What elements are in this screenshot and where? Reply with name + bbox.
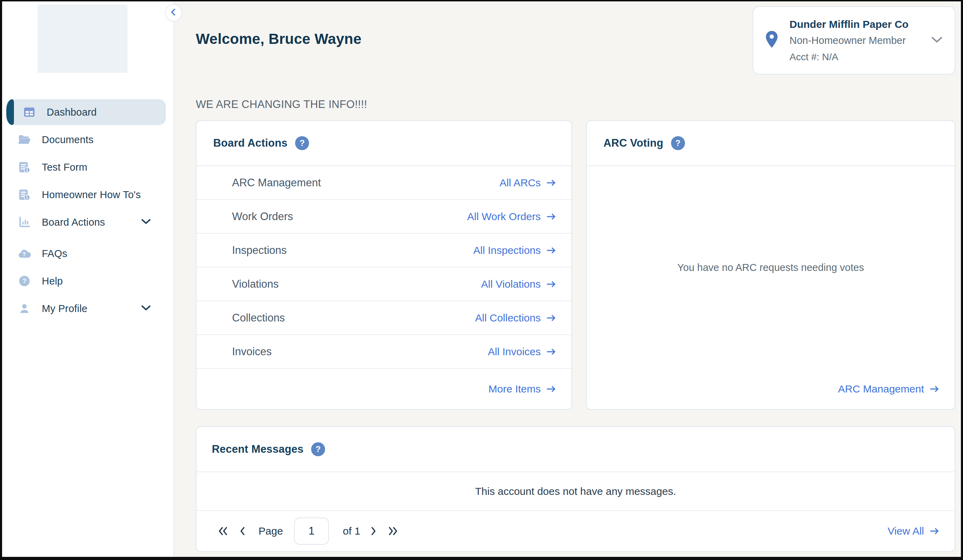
arrow-right-icon — [929, 385, 940, 393]
announcement-text: WE ARE CHANGING THE INFO!!!! — [196, 98, 955, 111]
form-info-icon — [17, 160, 32, 175]
all-violations-link[interactable]: All Violations — [481, 278, 557, 290]
sidebar-item-board-actions[interactable]: Board Actions — [6, 209, 166, 235]
all-arcs-link[interactable]: All ARCs — [499, 177, 557, 189]
last-page-button[interactable] — [387, 526, 399, 536]
chevron-down-icon[interactable] — [929, 35, 944, 45]
chevron-left-icon — [169, 8, 178, 18]
bar-chart-icon — [17, 215, 32, 230]
sidebar-item-test-form[interactable]: Test Form — [6, 154, 166, 180]
dashboard-cards-row: Board Actions ? ARC Management All ARCs … — [196, 120, 955, 410]
arrow-right-icon — [929, 527, 940, 535]
arc-voting-body: You have no ARC requests needing votes — [587, 166, 955, 369]
chevron-down-icon — [140, 304, 152, 313]
table-row: Invoices All Invoices — [196, 335, 571, 369]
recent-messages-header: Recent Messages ? — [196, 427, 955, 472]
chevron-left-icon — [238, 526, 246, 536]
sidebar-item-documents[interactable]: Documents — [6, 127, 166, 152]
empty-state-text: This account does not have any messages. — [475, 486, 676, 497]
arrow-right-icon — [546, 179, 557, 187]
dashboard-table-icon — [22, 105, 37, 120]
view-all-link[interactable]: View All — [887, 525, 940, 537]
logo-placeholder — [37, 5, 128, 73]
all-inspections-link[interactable]: All Inspections — [473, 244, 557, 256]
sidebar-item-label: Test Form — [42, 162, 88, 173]
table-row: Violations All Violations — [196, 267, 571, 301]
account-number: Acct #: N/A — [790, 49, 926, 65]
table-row: Collections All Collections — [196, 301, 571, 335]
recent-messages-footer: Page of 1 View All — [196, 511, 955, 551]
row-label: Violations — [232, 278, 279, 290]
sidebar-item-label: Help — [42, 275, 63, 287]
account-name: Dunder Mifflin Paper Co — [790, 16, 926, 32]
arc-voting-header: ARC Voting ? — [587, 121, 955, 166]
first-page-button[interactable] — [217, 526, 229, 536]
page-label: Page — [258, 525, 283, 537]
row-label: Collections — [232, 312, 285, 324]
arc-management-link[interactable]: ARC Management — [838, 383, 940, 395]
page-number-input[interactable] — [294, 518, 329, 545]
board-actions-footer: More Items — [196, 369, 571, 409]
sidebar-nav: Dashboard Documents Test Form Homeowner … — [2, 98, 173, 323]
sidebar-item-label: My Profile — [42, 303, 88, 314]
main-content: Welcome, Bruce Wayne Dunder Mifflin Pape… — [174, 2, 961, 557]
help-icon[interactable]: ? — [671, 136, 685, 150]
next-page-button[interactable] — [369, 526, 378, 536]
app-window: Dashboard Documents Test Form Homeowner … — [0, 0, 963, 560]
arrow-right-icon — [546, 280, 557, 288]
recent-messages-body: This account does not have any messages. — [196, 472, 955, 511]
account-info: Dunder Mifflin Paper Co Non-Homeowner Me… — [790, 16, 926, 65]
account-selector[interactable]: Dunder Mifflin Paper Co Non-Homeowner Me… — [752, 6, 955, 74]
account-role: Non-Homeowner Member — [790, 32, 926, 49]
sidebar: Dashboard Documents Test Form Homeowner … — [2, 2, 174, 557]
all-work-orders-link[interactable]: All Work Orders — [467, 211, 557, 223]
table-row: ARC Management All ARCs — [196, 166, 571, 200]
table-row: Inspections All Inspections — [196, 234, 571, 267]
row-label: ARC Management — [232, 176, 321, 189]
cloud-question-icon: ? — [17, 246, 32, 261]
all-invoices-link[interactable]: All Invoices — [488, 346, 557, 358]
page-of-label: of 1 — [343, 525, 360, 537]
sidebar-item-label: FAQs — [42, 248, 67, 259]
svg-text:?: ? — [23, 251, 26, 257]
sidebar-item-label: Documents — [42, 134, 93, 146]
help-icon[interactable]: ? — [295, 136, 309, 150]
row-label: Invoices — [232, 345, 272, 358]
arc-voting-footer: ARC Management — [587, 369, 955, 409]
help-icon[interactable]: ? — [311, 442, 325, 456]
arc-voting-card: ARC Voting ? You have no ARC requests ne… — [586, 120, 955, 410]
recent-messages-card: Recent Messages ? This account does not … — [196, 426, 955, 552]
sidebar-item-label: Homeowner How To's — [42, 189, 141, 201]
card-title: ARC Voting — [603, 137, 663, 149]
sidebar-item-my-profile[interactable]: My Profile — [6, 296, 166, 321]
pagination: Page of 1 — [217, 518, 399, 545]
sidebar-item-homeowner-how-tos[interactable]: Homeowner How To's — [6, 182, 166, 207]
sidebar-collapse-button[interactable] — [165, 4, 182, 22]
arrow-right-icon — [546, 348, 557, 356]
card-title: Board Actions — [213, 137, 287, 149]
previous-page-button[interactable] — [238, 526, 246, 536]
double-chevron-left-icon — [217, 526, 229, 536]
folder-open-icon — [17, 132, 32, 147]
sidebar-item-dashboard[interactable]: Dashboard — [6, 99, 166, 125]
card-title: Recent Messages — [212, 443, 303, 455]
row-label: Inspections — [232, 244, 287, 257]
sidebar-item-faqs[interactable]: ? FAQs — [6, 241, 166, 266]
question-circle-icon: ? — [17, 274, 32, 289]
sidebar-item-help[interactable]: ? Help — [6, 268, 166, 294]
more-items-link[interactable]: More Items — [488, 383, 557, 395]
arrow-right-icon — [546, 212, 557, 221]
sidebar-item-label: Board Actions — [42, 217, 105, 228]
sidebar-item-label: Dashboard — [47, 107, 97, 118]
form-info-icon — [17, 187, 32, 202]
arrow-right-icon — [546, 246, 557, 254]
chevron-right-icon — [369, 526, 378, 536]
all-collections-link[interactable]: All Collections — [475, 312, 557, 324]
board-actions-card: Board Actions ? ARC Management All ARCs … — [196, 120, 572, 410]
location-pin-icon — [764, 30, 780, 51]
row-label: Work Orders — [232, 210, 293, 223]
arrow-right-icon — [546, 314, 557, 322]
empty-state-text: You have no ARC requests needing votes — [677, 262, 864, 274]
table-row: Work Orders All Work Orders — [196, 200, 571, 234]
person-icon — [17, 301, 32, 316]
